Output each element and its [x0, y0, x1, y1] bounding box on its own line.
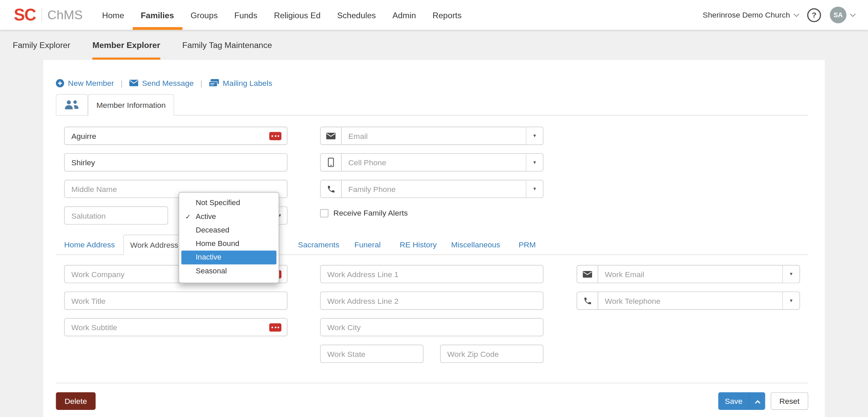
status-option-inactive[interactable]: Inactive	[181, 251, 277, 264]
nav-item-groups[interactable]: Groups	[182, 0, 226, 30]
member-toolbar: New Member | Send Message | Mailing Labe…	[56, 76, 272, 90]
secondary-nav: Family Explorer Member Explorer Family T…	[0, 30, 868, 59]
caret-down-icon: ▼	[532, 160, 537, 165]
cell-phone-options-button[interactable]: ▼	[526, 154, 543, 171]
cell-phone-field: ▼	[320, 153, 543, 171]
envelope-icon	[129, 80, 138, 87]
nav-item-families[interactable]: Families	[132, 0, 182, 30]
last-name-field	[64, 127, 287, 145]
status-option-active[interactable]: ✓ Active	[179, 210, 279, 223]
work-zip-field	[440, 345, 543, 363]
work-telephone-prefix	[577, 292, 598, 309]
receive-family-alerts-checkbox[interactable]	[320, 209, 329, 217]
family-phone-prefix	[321, 180, 341, 198]
notes-icon[interactable]	[269, 323, 281, 332]
work-telephone-options-button[interactable]: ▼	[782, 292, 799, 309]
help-button[interactable]: ?	[807, 8, 821, 22]
tab-prm[interactable]: PRM	[518, 235, 536, 254]
mailing-labels-icon	[209, 79, 219, 87]
notes-icon[interactable]	[269, 132, 281, 140]
status-option-seasonal[interactable]: Seasonal	[179, 264, 279, 278]
delete-button[interactable]: Delete	[56, 392, 96, 410]
family-phone-field: ▼	[320, 180, 543, 198]
work-zip-input[interactable]	[441, 345, 543, 362]
logo-divider	[41, 8, 42, 22]
status-option-deceased[interactable]: Deceased	[179, 223, 279, 237]
mailing-labels-button[interactable]: Mailing Labels	[209, 78, 272, 87]
salutation-input[interactable]	[65, 207, 168, 224]
family-phone-options-button[interactable]: ▼	[526, 180, 543, 198]
avatar-initials: SA	[834, 11, 843, 19]
send-message-button[interactable]: Send Message	[129, 78, 194, 87]
navbar-right: Sherinrose Demo Church ? SA	[703, 0, 868, 30]
work-email-options-button[interactable]: ▼	[782, 266, 799, 283]
work-telephone-input[interactable]	[598, 292, 782, 309]
nav-item-funds[interactable]: Funds	[226, 0, 265, 30]
church-name-label: Sherinrose Demo Church	[703, 10, 790, 19]
reset-button[interactable]: Reset	[771, 392, 808, 410]
member-explorer-panel: New Member | Send Message | Mailing Labe…	[43, 60, 825, 417]
subnav-item-member-explorer[interactable]: Member Explorer	[93, 30, 160, 59]
tab-member-information[interactable]: Member Information	[88, 94, 174, 116]
check-icon: ✓	[185, 210, 193, 223]
plus-circle-icon	[56, 79, 64, 87]
phone-icon	[327, 185, 335, 193]
user-menu[interactable]: SA	[830, 7, 855, 23]
family-phone-input[interactable]	[342, 180, 526, 198]
toolbar-separator: |	[200, 78, 202, 87]
main-nav: Home Families Groups Funds Religious Ed …	[94, 0, 470, 30]
work-email-prefix	[577, 266, 598, 283]
people-group-icon	[64, 100, 80, 110]
envelope-icon	[583, 271, 592, 277]
tab-home-address[interactable]: Home Address	[64, 235, 115, 254]
tab-work-address[interactable]: Work Address	[123, 235, 185, 255]
work-address2-input[interactable]	[321, 292, 543, 309]
tab-funeral[interactable]: Funeral	[354, 235, 381, 254]
nav-item-religious-ed[interactable]: Religious Ed	[266, 0, 329, 30]
work-email-input[interactable]	[598, 266, 782, 283]
receive-family-alerts-label: Receive Family Alerts	[333, 208, 408, 217]
tab-sacraments[interactable]: Sacraments	[298, 235, 339, 254]
mobile-phone-icon	[328, 158, 334, 167]
footer-divider	[56, 383, 808, 384]
nav-item-home[interactable]: Home	[94, 0, 133, 30]
work-subtitle-input[interactable]	[65, 319, 287, 336]
nav-item-reports[interactable]: Reports	[424, 0, 470, 30]
status-option-label: Deceased	[196, 226, 229, 234]
work-city-field	[320, 318, 543, 336]
nav-item-schedules[interactable]: Schedules	[329, 0, 384, 30]
new-member-button[interactable]: New Member	[56, 78, 114, 87]
salutation-field	[64, 206, 168, 225]
email-options-button[interactable]: ▼	[526, 127, 543, 144]
work-state-input[interactable]	[321, 345, 423, 362]
work-city-input[interactable]	[321, 319, 543, 336]
church-selector[interactable]: Sherinrose Demo Church	[703, 10, 798, 19]
save-button[interactable]: Save	[718, 392, 749, 410]
avatar: SA	[830, 7, 846, 23]
email-input[interactable]	[342, 127, 526, 144]
caret-down-icon: ▼	[532, 133, 537, 138]
app-root: SC ChMS Home Families Groups Funds Relig…	[0, 0, 868, 417]
tab-re-history[interactable]: RE History	[400, 235, 437, 254]
nav-item-admin[interactable]: Admin	[384, 0, 424, 30]
save-options-button[interactable]	[749, 392, 765, 410]
tab-miscellaneous[interactable]: Miscellaneous	[451, 235, 500, 254]
cell-phone-prefix	[321, 154, 341, 171]
work-title-field	[64, 292, 287, 310]
work-title-input[interactable]	[65, 292, 287, 309]
caret-down-icon: ▼	[789, 272, 793, 276]
top-navbar: SC ChMS Home Families Groups Funds Relig…	[0, 0, 868, 30]
logo-product-name: ChMS	[47, 7, 83, 22]
first-name-input[interactable]	[65, 154, 287, 171]
work-address1-input[interactable]	[321, 266, 543, 283]
toolbar-separator: |	[121, 78, 123, 87]
email-field: ▼	[320, 127, 543, 145]
save-split-button: Save	[718, 392, 765, 410]
subnav-item-family-explorer[interactable]: Family Explorer	[13, 30, 71, 59]
status-option-not-specified[interactable]: Not Specified	[179, 196, 279, 210]
subnav-item-family-tag-maintenance[interactable]: Family Tag Maintenance	[182, 30, 272, 59]
family-members-tab[interactable]	[56, 94, 88, 115]
status-option-home-bound[interactable]: Home Bound	[179, 237, 279, 250]
cell-phone-input[interactable]	[342, 154, 526, 171]
last-name-input[interactable]	[65, 127, 287, 144]
